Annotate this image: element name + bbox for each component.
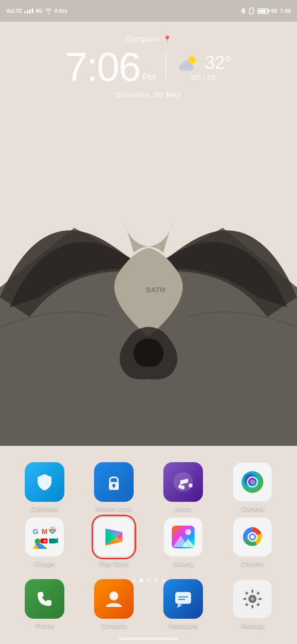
camera-label: Camera bbox=[241, 505, 264, 512]
chrome-icon bbox=[233, 517, 272, 557]
google-icon: G M bbox=[25, 517, 64, 557]
playstore-icon bbox=[94, 517, 134, 557]
svg-rect-34 bbox=[49, 538, 56, 543]
contacts-svg bbox=[103, 588, 125, 610]
dock: Phone Contacts Messages bbox=[0, 579, 297, 629]
svg-point-21 bbox=[189, 483, 193, 487]
phone-svg bbox=[34, 588, 55, 610]
svg-text:BATM: BATM bbox=[146, 286, 165, 294]
home-indicator[interactable] bbox=[119, 638, 178, 640]
svg-line-9 bbox=[189, 56, 190, 57]
current-time: 7:06 bbox=[65, 47, 140, 87]
weather-info: 32° 33° / 23° bbox=[176, 53, 232, 81]
svg-point-39 bbox=[185, 529, 191, 535]
svg-rect-54 bbox=[243, 598, 247, 600]
screenlock-icon bbox=[94, 462, 134, 502]
app-row-2: G M bbox=[10, 517, 287, 567]
camera-icon bbox=[233, 462, 272, 502]
phone-label: Phone bbox=[35, 622, 54, 629]
contacts-label: Contacts bbox=[101, 622, 126, 629]
music-label: Music bbox=[175, 505, 192, 512]
app-camera[interactable]: Camera bbox=[223, 462, 282, 512]
svg-rect-3 bbox=[250, 9, 252, 9]
svg-rect-57 bbox=[256, 591, 260, 595]
shield-svg bbox=[34, 471, 55, 493]
signal-bars bbox=[24, 8, 33, 13]
settings-label: Settings bbox=[241, 622, 264, 629]
app-screenlock[interactable]: Screen Lock bbox=[84, 462, 144, 512]
svg-rect-53 bbox=[251, 605, 253, 608]
location-pin-icon: 📍 bbox=[163, 35, 171, 43]
svg-marker-35 bbox=[56, 537, 58, 543]
dock-phone[interactable]: Phone bbox=[15, 579, 74, 629]
app-chrome[interactable]: Chrome bbox=[223, 517, 282, 567]
dock-settings[interactable]: Settings bbox=[223, 579, 282, 629]
music-svg bbox=[172, 471, 195, 493]
svg-rect-18 bbox=[113, 485, 114, 488]
contacts-icon bbox=[94, 579, 134, 619]
phone-icon bbox=[25, 579, 64, 619]
current-temp: 32° bbox=[205, 53, 232, 73]
camera-svg bbox=[240, 470, 265, 494]
temp-row: 32° bbox=[176, 53, 232, 73]
svg-point-46 bbox=[109, 591, 118, 600]
status-left: VoLTE 4G 0 K/s bbox=[6, 7, 67, 14]
batman-wallpaper: BATM bbox=[0, 188, 297, 448]
svg-rect-48 bbox=[178, 596, 188, 597]
optimiser-icon bbox=[25, 462, 64, 502]
svg-rect-47 bbox=[175, 592, 191, 604]
app-playstore[interactable]: Play Store bbox=[84, 517, 144, 567]
settings-svg bbox=[240, 587, 265, 611]
chrome-svg bbox=[240, 525, 265, 549]
gallery-svg bbox=[171, 525, 196, 549]
svg-point-24 bbox=[250, 480, 255, 484]
svg-rect-2 bbox=[249, 8, 253, 14]
svg-point-20 bbox=[181, 485, 185, 489]
svg-point-51 bbox=[250, 597, 254, 601]
location-name: Gurgaon bbox=[126, 35, 160, 44]
network-type: 4G bbox=[35, 8, 43, 14]
svg-point-15 bbox=[187, 62, 193, 67]
google-label: Google bbox=[34, 560, 55, 567]
app-optimiser[interactable]: Optimiser bbox=[15, 462, 74, 512]
data-speed: 0 K/s bbox=[54, 8, 67, 14]
gallery-icon bbox=[163, 517, 203, 557]
dock-contacts[interactable]: Contacts bbox=[84, 579, 144, 629]
chrome-label: Chrome bbox=[241, 560, 264, 567]
messages-label: Messages bbox=[168, 622, 198, 629]
music-icon bbox=[163, 462, 203, 502]
location-row: Gurgaon 📍 bbox=[126, 35, 171, 44]
network-indicator: VoLTE bbox=[6, 8, 22, 14]
app-row-1: Optimiser Screen Lock bbox=[10, 462, 287, 512]
app-gallery[interactable]: Gallery bbox=[153, 517, 213, 567]
svg-line-10 bbox=[195, 62, 196, 63]
app-music[interactable]: Music bbox=[153, 462, 213, 512]
playstore-svg bbox=[101, 525, 126, 549]
clock: 7:06 bbox=[280, 8, 291, 14]
svg-text:G: G bbox=[33, 527, 39, 536]
google-folder-svg: G M bbox=[31, 523, 58, 551]
svg-rect-55 bbox=[258, 598, 262, 600]
status-bar: VoLTE 4G 0 K/s 95 7:06 bbox=[0, 0, 297, 22]
bluetooth-icon bbox=[241, 7, 246, 14]
battery-percent: 95 bbox=[271, 8, 277, 14]
app-google[interactable]: G M bbox=[15, 517, 74, 567]
temp-range: 33° / 23° bbox=[191, 73, 217, 81]
svg-rect-58 bbox=[245, 603, 248, 606]
gallery-label: Gallery bbox=[173, 560, 193, 567]
weather-cloud-icon bbox=[176, 53, 201, 73]
playstore-label: Play Store bbox=[99, 560, 129, 567]
status-right: 95 7:06 bbox=[241, 7, 291, 14]
vibrate-icon bbox=[248, 7, 254, 14]
messages-icon bbox=[163, 579, 203, 619]
screenlock-label: Screen Lock bbox=[96, 505, 132, 512]
dock-messages[interactable]: Messages bbox=[153, 579, 213, 629]
svg-text:M: M bbox=[42, 528, 48, 536]
wifi-icon bbox=[45, 7, 52, 14]
time-ampm: PM bbox=[142, 73, 155, 83]
time-weather-divider bbox=[165, 52, 166, 82]
svg-rect-49 bbox=[178, 599, 185, 600]
app-grid: Optimiser Screen Lock bbox=[0, 462, 297, 572]
optimiser-label: Optimiser bbox=[31, 505, 58, 512]
svg-point-45 bbox=[250, 535, 254, 539]
